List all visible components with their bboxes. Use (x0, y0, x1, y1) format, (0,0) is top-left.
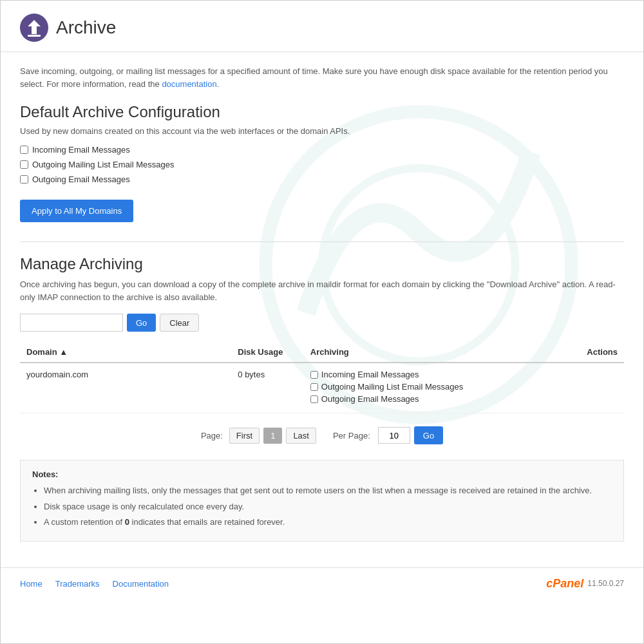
cpanel-version: 11.50.0.27 (587, 579, 624, 588)
notes-item-3: A custom retention of 0 indicates that e… (44, 516, 612, 529)
footer-links: Home Trademarks Documentation (20, 579, 169, 589)
section-divider (20, 242, 624, 242)
row-outgoing-mailing-checkbox[interactable] (310, 383, 318, 391)
archive-icon (20, 14, 48, 42)
default-config-desc: Used by new domains created on this acco… (20, 126, 624, 136)
manage-archiving-desc: Once archiving has begun, you can downlo… (20, 278, 624, 303)
row-outgoing-mailing-checkbox-row: Outgoing Mailing List Email Messages (310, 382, 509, 392)
footer: Home Trademarks Documentation cPanel 11.… (1, 567, 643, 600)
row-outgoing-checkbox-row: Outgoing Email Messages (310, 394, 509, 404)
notes-title: Notes: (32, 469, 612, 479)
incoming-email-checkbox[interactable] (20, 146, 28, 154)
documentation-link[interactable]: documentation (162, 79, 216, 89)
per-page-label: Per Page: (333, 431, 370, 440)
footer-brand: cPanel 11.50.0.27 (546, 577, 624, 591)
notes-item-2: Disk space usage is only recalculated on… (44, 500, 612, 513)
row-incoming-checkbox[interactable] (310, 371, 318, 379)
outgoing-mailing-checkbox-row: Outgoing Mailing List Email Messages (20, 160, 624, 169)
page-title: Archive (56, 17, 116, 38)
archiving-cell: Incoming Email Messages Outgoing Mailing… (304, 363, 515, 413)
per-page-input[interactable] (378, 427, 410, 444)
per-page-go-button[interactable]: Go (414, 426, 443, 444)
archiving-table: Domain ▲ Disk Usage Archiving Actions yo… (20, 342, 624, 413)
notes-item-1: When archiving mailing lists, only the m… (44, 484, 612, 497)
notes-list: When archiving mailing lists, only the m… (32, 484, 612, 529)
outgoing-mailing-checkbox[interactable] (20, 160, 28, 169)
row-incoming-checkbox-row: Incoming Email Messages (310, 370, 509, 379)
incoming-email-label: Incoming Email Messages (32, 145, 130, 155)
search-input[interactable] (20, 314, 123, 332)
outgoing-email-label: Outgoing Email Messages (32, 175, 130, 184)
col-actions: Actions (515, 342, 624, 363)
col-domain: Domain ▲ (20, 342, 231, 363)
incoming-email-checkbox-row: Incoming Email Messages (20, 145, 624, 155)
col-archiving: Archiving (304, 342, 515, 363)
default-config-title: Default Archive Configuration (20, 103, 624, 121)
first-page-button[interactable]: First (229, 428, 260, 444)
outgoing-email-checkbox-row: Outgoing Email Messages (20, 175, 624, 184)
domain-cell: yourdomain.com (20, 363, 231, 413)
manage-archiving-title: Manage Archiving (20, 255, 624, 273)
actions-cell (515, 363, 624, 413)
current-page-button[interactable]: 1 (263, 428, 282, 444)
apply-all-domains-button[interactable]: Apply to All My Domains (20, 200, 133, 222)
page-label: Page: (201, 431, 223, 440)
cpanel-logo: cPanel (546, 577, 583, 591)
disk-usage-cell: 0 bytes (231, 363, 304, 413)
col-disk-usage: Disk Usage (231, 342, 304, 363)
table-row: yourdomain.com 0 bytes Incoming Email Me… (20, 363, 624, 413)
row-outgoing-checkbox[interactable] (310, 395, 318, 403)
outgoing-email-checkbox[interactable] (20, 175, 28, 184)
page-header: Archive (1, 1, 643, 52)
search-clear-button[interactable]: Clear (160, 314, 199, 332)
pagination: Page: First 1 Last Per Page: Go (20, 426, 624, 444)
footer-documentation-link[interactable]: Documentation (113, 579, 169, 589)
search-row: Go Clear (20, 314, 624, 332)
row-outgoing-label: Outgoing Email Messages (321, 394, 419, 404)
notes-section: Notes: When archiving mailing lists, onl… (20, 460, 624, 542)
manage-archiving-section: Manage Archiving Once archiving has begu… (20, 255, 624, 444)
outgoing-mailing-label: Outgoing Mailing List Email Messages (32, 160, 174, 169)
svg-rect-3 (28, 35, 41, 37)
footer-home-link[interactable]: Home (20, 579, 43, 589)
intro-text: Save incoming, outgoing, or mailing list… (20, 65, 624, 90)
row-incoming-label: Incoming Email Messages (321, 370, 419, 379)
footer-trademarks-link[interactable]: Trademarks (55, 579, 100, 589)
search-go-button[interactable]: Go (127, 314, 156, 332)
last-page-button[interactable]: Last (286, 428, 316, 444)
row-outgoing-mailing-label: Outgoing Mailing List Email Messages (321, 382, 463, 392)
